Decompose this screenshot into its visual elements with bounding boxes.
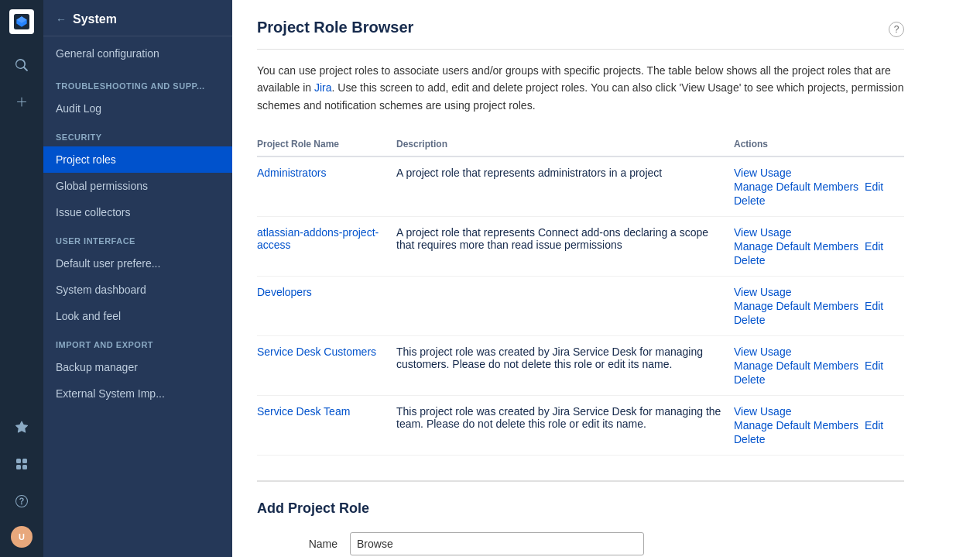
col-header-actions: Actions xyxy=(734,132,904,156)
role-description: This project role was created by Jira Se… xyxy=(396,336,734,396)
role-actions: View UsageManage Default MembersEditDele… xyxy=(734,156,904,217)
table-header-row: Project Role Name Description Actions xyxy=(257,132,904,156)
manage-default-members-link[interactable]: Manage Default Members xyxy=(734,359,858,372)
page-description: You can use project roles to associate u… xyxy=(257,62,904,114)
edit-role-link[interactable]: Edit xyxy=(865,181,883,193)
table-row: atlassian-addons-project-accessA project… xyxy=(257,217,904,277)
role-description: A project role that represents administr… xyxy=(396,156,734,217)
avatar[interactable]: U xyxy=(11,526,33,548)
add-project-role-section: Add Project Role Name Description Add Pr… xyxy=(257,480,904,557)
delete-role-link[interactable]: Delete xyxy=(734,254,895,266)
role-name-link[interactable]: Service Desk Team xyxy=(257,405,350,418)
table-row: Service Desk CustomersThis project role … xyxy=(257,336,904,396)
role-name-link[interactable]: atlassian-addons-project-access xyxy=(257,226,379,251)
view-usage-link[interactable]: View Usage xyxy=(734,226,895,239)
sidebar: ← System General configuration TROUBLESH… xyxy=(43,0,232,557)
role-actions: View UsageManage Default MembersEditDele… xyxy=(734,396,904,456)
manage-default-members-link[interactable]: Manage Default Members xyxy=(734,181,858,193)
manage-default-members-link[interactable]: Manage Default Members xyxy=(734,240,858,253)
page-title-row: Project Role Browser ? xyxy=(257,19,904,50)
table-row: Service Desk TeamThis project role was c… xyxy=(257,396,904,456)
main-content: Project Role Browser ? You can use proje… xyxy=(232,0,980,557)
role-description: This project role was created by Jira Se… xyxy=(396,396,734,456)
col-header-name: Project Role Name xyxy=(257,132,396,156)
sidebar-section-security: SECURITY xyxy=(43,122,232,146)
sidebar-item-audit-log[interactable]: Audit Log xyxy=(43,95,232,122)
table-row: AdministratorsA project role that repres… xyxy=(257,156,904,217)
edit-role-link[interactable]: Edit xyxy=(865,300,883,312)
role-name-link[interactable]: Developers xyxy=(257,286,312,298)
delete-role-link[interactable]: Delete xyxy=(734,373,895,386)
delete-role-link[interactable]: Delete xyxy=(734,433,895,445)
view-usage-link[interactable]: View Usage xyxy=(734,346,895,358)
role-actions: View UsageManage Default MembersEditDele… xyxy=(734,277,904,336)
role-name-link[interactable]: Service Desk Customers xyxy=(257,346,376,358)
role-actions: View UsageManage Default MembersEditDele… xyxy=(734,336,904,396)
search-nav-icon[interactable] xyxy=(9,53,34,77)
sidebar-item-project-roles[interactable]: Project roles xyxy=(43,146,232,173)
view-usage-link[interactable]: View Usage xyxy=(734,167,895,179)
create-nav-icon[interactable] xyxy=(9,90,34,115)
jira-link[interactable]: Jira xyxy=(314,81,332,94)
view-usage-link[interactable]: View Usage xyxy=(734,286,895,298)
edit-role-link[interactable]: Edit xyxy=(865,419,883,432)
table-row: DevelopersView UsageManage Default Membe… xyxy=(257,277,904,336)
add-section-title: Add Project Role xyxy=(257,500,904,517)
sidebar-item-system-dashboard[interactable]: System dashboard xyxy=(43,277,232,303)
page-title: Project Role Browser xyxy=(257,19,413,36)
sidebar-section-user-interface: USER INTERFACE xyxy=(43,225,232,250)
name-input[interactable] xyxy=(350,532,644,555)
delete-role-link[interactable]: Delete xyxy=(734,314,895,326)
back-button[interactable]: ← xyxy=(56,13,67,26)
view-usage-link[interactable]: View Usage xyxy=(734,405,895,418)
role-description xyxy=(396,277,734,336)
sidebar-item-external-system-import[interactable]: External System Imp... xyxy=(43,380,232,407)
help-icon[interactable]: ? xyxy=(889,22,904,37)
sidebar-section-import-export: IMPORT AND EXPORT xyxy=(43,329,232,354)
edit-role-link[interactable]: Edit xyxy=(865,359,883,372)
manage-default-members-link[interactable]: Manage Default Members xyxy=(734,419,858,432)
sidebar-item-look-and-feel[interactable]: Look and feel xyxy=(43,303,232,329)
delete-role-link[interactable]: Delete xyxy=(734,194,895,207)
star-nav-icon[interactable] xyxy=(9,414,34,439)
manage-default-members-link[interactable]: Manage Default Members xyxy=(734,300,858,312)
role-actions: View UsageManage Default MembersEditDele… xyxy=(734,217,904,277)
app-nav: U xyxy=(0,0,43,557)
grid-nav-icon[interactable] xyxy=(9,452,34,476)
sidebar-item-default-user-prefs[interactable]: Default user prefere... xyxy=(43,250,232,277)
edit-role-link[interactable]: Edit xyxy=(865,240,883,253)
col-header-description: Description xyxy=(396,132,734,156)
sidebar-item-backup-manager[interactable]: Backup manager xyxy=(43,354,232,380)
sidebar-item-issue-collectors[interactable]: Issue collectors xyxy=(43,199,232,225)
name-label: Name xyxy=(257,538,350,550)
sidebar-header: ← System xyxy=(43,0,232,36)
help-nav-icon[interactable] xyxy=(9,489,34,514)
sidebar-title: System xyxy=(73,12,117,26)
app-logo[interactable] xyxy=(9,9,34,34)
sidebar-item-general-configuration[interactable]: General configuration xyxy=(43,36,232,70)
role-name-link[interactable]: Administrators xyxy=(257,167,326,179)
project-roles-table: Project Role Name Description Actions Ad… xyxy=(257,132,904,456)
name-form-row: Name xyxy=(257,532,904,555)
role-description: A project role that represents Connect a… xyxy=(396,217,734,277)
sidebar-item-global-permissions[interactable]: Global permissions xyxy=(43,173,232,199)
sidebar-section-troubleshooting: TROUBLESHOOTING AND SUPP... xyxy=(43,70,232,95)
